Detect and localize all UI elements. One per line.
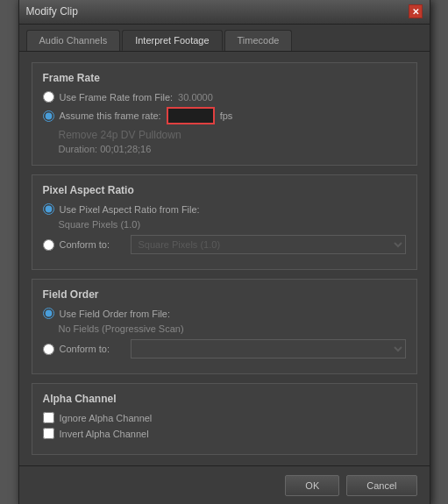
duration-label: Duration: (59, 144, 98, 154)
duration-value: 00;01;28;16 (100, 144, 151, 154)
dialog-title: Modify Clip (26, 5, 78, 18)
use-field-order-from-file-radio[interactable] (43, 308, 54, 319)
frame-rate-section: Frame Rate Use Frame Rate from File: 30.… (32, 62, 417, 166)
field-order-conform-select[interactable] (131, 339, 406, 358)
pixel-aspect-section: Pixel Aspect Ratio Use Pixel Aspect Rati… (32, 174, 417, 270)
pixel-aspect-conform-radio[interactable] (43, 239, 54, 251)
alpha-channel-title: Alpha Channel (43, 393, 406, 405)
use-frame-rate-from-file-radio[interactable] (43, 91, 54, 103)
pixel-aspect-file-value: Square Pixels (1.0) (43, 219, 406, 230)
dialog-footer: OK Cancel (19, 465, 430, 504)
ignore-alpha-channel-label: Ignore Alpha Channel (60, 413, 153, 423)
fps-label: fps (220, 110, 233, 121)
use-pixel-aspect-from-file-row: Use Pixel Aspect Ratio from File: (43, 203, 406, 215)
tab-interpret-footage[interactable]: Interpret Footage (122, 30, 222, 51)
use-frame-rate-label: Use Frame Rate from File: (60, 92, 174, 103)
duration-row: Duration: 00;01;28;16 (43, 144, 406, 154)
remove-pulldown-row: Remove 24p DV Pulldown (43, 129, 406, 141)
use-field-order-label: Use Field Order from File: (60, 309, 171, 319)
field-order-conform-row: Conform to: (43, 339, 406, 358)
field-order-section: Field Order Use Field Order from File: N… (32, 279, 417, 374)
remove-pulldown-label: Remove 24p DV Pulldown (59, 129, 181, 141)
field-order-conform-radio[interactable] (43, 344, 54, 355)
pixel-aspect-conform-label: Conform to: (60, 239, 125, 250)
alpha-channel-section: Alpha Channel Ignore Alpha Channel Inver… (32, 383, 417, 455)
use-frame-rate-from-file-row: Use Frame Rate from File: 30.0000 (43, 91, 406, 103)
tab-timecode[interactable]: Timecode (224, 30, 293, 51)
title-bar: Modify Clip ✕ (19, 0, 430, 25)
tab-audio-channels[interactable]: Audio Channels (26, 30, 121, 51)
assume-frame-rate-radio[interactable] (43, 110, 54, 122)
ok-button[interactable]: OK (285, 475, 339, 496)
invert-alpha-channel-checkbox[interactable] (43, 428, 54, 439)
use-field-order-from-file-row: Use Field Order from File: (43, 308, 406, 319)
field-order-file-value: No Fields (Progressive Scan) (43, 323, 406, 334)
ignore-alpha-channel-row: Ignore Alpha Channel (43, 412, 406, 423)
ignore-alpha-channel-checkbox[interactable] (43, 412, 54, 423)
assume-frame-rate-label: Assume this frame rate: (60, 110, 161, 121)
use-pixel-aspect-label: Use Pixel Aspect Ratio from File: (60, 204, 200, 215)
pixel-aspect-conform-select[interactable]: Square Pixels (1.0) (131, 235, 406, 254)
pixel-aspect-title: Pixel Aspect Ratio (43, 184, 406, 196)
field-order-title: Field Order (43, 288, 406, 301)
cancel-button[interactable]: Cancel (346, 475, 416, 496)
use-frame-rate-value: 30.0000 (178, 92, 213, 103)
modify-clip-dialog: Modify Clip ✕ Audio Channels Interpret F… (18, 0, 430, 504)
invert-alpha-channel-label: Invert Alpha Channel (60, 429, 149, 439)
invert-alpha-channel-row: Invert Alpha Channel (43, 428, 406, 439)
tabs-bar: Audio Channels Interpret Footage Timecod… (19, 25, 430, 52)
use-pixel-aspect-from-file-radio[interactable] (43, 203, 54, 215)
pixel-aspect-conform-row: Conform to: Square Pixels (1.0) (43, 235, 406, 254)
frame-rate-input[interactable]: 23,98 (167, 107, 215, 124)
close-button[interactable]: ✕ (409, 4, 423, 18)
field-order-conform-label: Conform to: (60, 344, 125, 354)
frame-rate-title: Frame Rate (43, 72, 406, 84)
assume-frame-rate-row: Assume this frame rate: 23,98 fps (43, 107, 406, 124)
dialog-content: Frame Rate Use Frame Rate from File: 30.… (19, 52, 430, 465)
